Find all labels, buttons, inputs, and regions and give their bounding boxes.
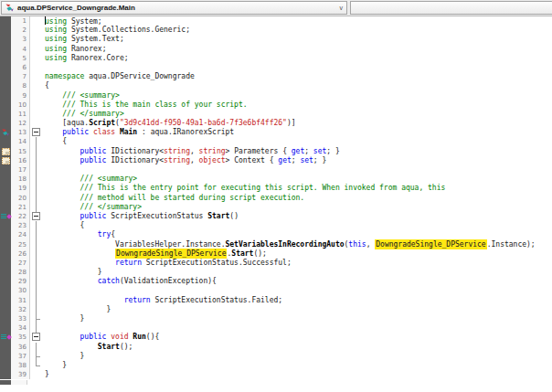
number-margin-end <box>11 380 27 385</box>
code-line[interactable]: 15 public IDictionary<string, string> Pa… <box>0 147 552 156</box>
fold-margin <box>30 35 43 44</box>
code-line[interactable]: 31 return ScriptExecutionStatus.Failed; <box>0 296 552 305</box>
code-line[interactable]: 28 } <box>0 268 552 277</box>
fold-collapse-box[interactable] <box>32 128 40 136</box>
code-line[interactable]: 35 public void Run(){ <box>0 333 552 342</box>
code-line[interactable]: 24 try{ <box>0 230 552 239</box>
fold-margin <box>30 110 43 119</box>
icon-margin <box>0 110 11 119</box>
line-number: 5 <box>11 54 30 63</box>
code-text: } <box>43 314 552 323</box>
code-line[interactable]: 9 /// <summary> <box>0 91 552 101</box>
code-line[interactable]: 22 public ScriptExecutionStatus Start() <box>0 212 552 221</box>
line-number: 25 <box>11 240 30 249</box>
code-line[interactable]: 16 public IDictionary<string, object> Co… <box>0 156 552 165</box>
code-text: using System.Collections.Generic; <box>43 26 552 35</box>
line-number: 34 <box>11 323 30 333</box>
code-line[interactable]: 29 catch(ValidationException){ <box>0 277 552 286</box>
code-line[interactable]: 13 public class Main : aqua.IRanorexScri… <box>0 128 552 137</box>
line-number: 13 <box>11 128 30 137</box>
code-line[interactable]: 14 { <box>0 137 552 146</box>
code-line[interactable]: 38 } <box>0 361 552 370</box>
code-line[interactable]: 2using System.Collections.Generic; <box>0 26 552 35</box>
code-line[interactable]: 25 VariablesHelper.Instance.SetVariables… <box>0 240 552 249</box>
icon-margin <box>0 165 11 175</box>
code-text <box>43 165 552 175</box>
ranorex-script-icon <box>1 128 10 137</box>
code-text: using System; <box>43 16 552 26</box>
file-dropdown[interactable]: aqua.DPService_Downgrade.Main v <box>1 1 347 15</box>
code-line[interactable]: 30 <box>0 286 552 295</box>
fold-margin <box>30 259 43 268</box>
member-dropdown[interactable] <box>350 1 552 15</box>
line-number: 11 <box>11 110 30 119</box>
code-text <box>43 323 552 333</box>
code-line[interactable]: 5using Ranorex.Core; <box>0 54 552 63</box>
icon-margin <box>0 286 11 295</box>
code-line[interactable]: 10 /// This is the main class of your sc… <box>0 101 552 110</box>
line-number: 10 <box>11 101 30 110</box>
code-line[interactable]: 39} <box>0 370 552 379</box>
fold-margin <box>30 184 43 193</box>
code-line[interactable]: 11 /// </summary> <box>0 110 552 119</box>
code-line[interactable]: 34 <box>0 323 552 333</box>
icon-margin <box>0 119 11 128</box>
code-line[interactable]: 1using System; <box>0 16 552 26</box>
code-line[interactable]: 20 /// method will be started during scr… <box>0 194 552 203</box>
code-line[interactable]: 27 return ScriptExecutionStatus.Successf… <box>0 259 552 268</box>
code-text: try{ <box>43 230 552 239</box>
icon-margin <box>0 230 11 239</box>
icon-margin <box>0 35 11 44</box>
ranorex-script-icon <box>5 3 15 13</box>
fold-collapse-box[interactable] <box>32 212 40 220</box>
fold-margin[interactable] <box>30 333 43 342</box>
code-line[interactable]: 8{ <box>0 81 552 90</box>
line-number: 35 <box>11 333 30 342</box>
line-number: 36 <box>11 343 30 352</box>
line-number: 8 <box>11 81 30 90</box>
code-line[interactable]: 26 DowngradeSingle_DPService.Start(); <box>0 249 552 259</box>
fold-margin <box>30 119 43 128</box>
line-number: 4 <box>11 45 30 54</box>
code-text <box>43 63 552 72</box>
code-line[interactable]: 32 } <box>0 305 552 314</box>
fold-collapse-box[interactable] <box>32 333 40 341</box>
icon-margin <box>0 81 11 90</box>
code-line[interactable]: 6 <box>0 63 552 72</box>
fold-margin[interactable] <box>30 212 43 221</box>
code-line[interactable]: 33 } <box>0 314 552 323</box>
method-bookmark-icon <box>1 334 11 341</box>
code-line[interactable]: 19 /// This is the entry point for execu… <box>0 184 552 193</box>
code-line[interactable]: 21 /// </summary> <box>0 203 552 212</box>
code-line[interactable]: 3using System.Text; <box>0 35 552 44</box>
code-text: DowngradeSingle_DPService.Start(); <box>43 249 552 259</box>
code-line[interactable]: 17 <box>0 165 552 175</box>
icon-margin <box>0 128 11 137</box>
code-line[interactable]: 23 { <box>0 221 552 230</box>
search-highlight: DowngradeSingle_DPService <box>115 249 227 259</box>
icon-margin <box>0 72 11 81</box>
line-number: 3 <box>11 35 30 44</box>
code-line[interactable]: 18 /// <summary> <box>0 175 552 184</box>
property-bookmark-icon <box>2 148 10 155</box>
code-line[interactable]: 7namespace aqua.DPService_Downgrade <box>0 72 552 81</box>
icon-margin-end <box>0 380 11 385</box>
line-number: 24 <box>11 230 30 239</box>
line-number: 28 <box>11 268 30 277</box>
fold-margin <box>30 203 43 212</box>
code-text: } <box>43 268 552 277</box>
fold-margin[interactable] <box>30 128 43 137</box>
fold-margin <box>30 45 43 54</box>
code-line[interactable]: 12 [aqua.Script("3d9c41dd-f950-49a1-ba6d… <box>0 119 552 128</box>
line-number: 2 <box>11 26 30 35</box>
icon-margin <box>0 296 11 305</box>
code-text: /// This is the entry point for executin… <box>43 184 552 193</box>
fold-margin <box>30 352 43 361</box>
line-number: 6 <box>11 63 30 72</box>
code-line[interactable]: 4using Ranorex; <box>0 45 552 54</box>
line-number: 33 <box>11 314 30 323</box>
line-number: 38 <box>11 361 30 370</box>
code-editor[interactable]: 1using System;2using System.Collections.… <box>0 16 552 379</box>
code-line[interactable]: 37 } <box>0 352 552 361</box>
code-line[interactable]: 36 Start(); <box>0 343 552 352</box>
